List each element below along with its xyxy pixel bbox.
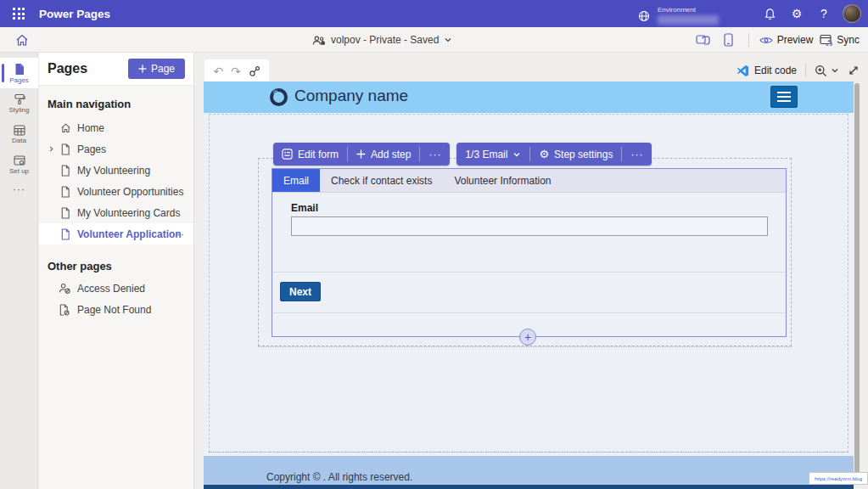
divider xyxy=(748,33,749,47)
company-name[interactable]: Company name xyxy=(294,87,408,105)
sidebar-item-pages[interactable]: Pages xyxy=(39,138,193,160)
notifications-bell-icon[interactable] xyxy=(756,0,783,27)
add-section-button[interactable]: + xyxy=(519,329,536,346)
item-more-button[interactable]: ··· xyxy=(172,228,185,240)
app-header: Power Pages Environment ⚙ xyxy=(0,0,868,27)
rail-item-label: Styling xyxy=(8,106,29,114)
page-icon xyxy=(60,165,70,177)
watermark-badge: https://readyxrm.blog xyxy=(809,472,868,485)
multistep-form-widget[interactable]: Email Check if contact exists Volunteer … xyxy=(272,168,787,337)
sidebar-item-label: Pages xyxy=(77,143,106,155)
environment-picker[interactable]: Environment xyxy=(637,3,719,25)
vscode-icon xyxy=(736,65,749,77)
rail-item-pages[interactable]: Pages xyxy=(0,58,38,88)
rail-item-label: Pages xyxy=(9,76,29,84)
divider xyxy=(805,64,806,77)
rail-item-label: Data xyxy=(12,137,26,144)
company-logo-icon xyxy=(270,88,288,106)
other-pages-heading: Other pages xyxy=(48,260,185,273)
sidebar-item-my-volunteering[interactable]: My Volunteering xyxy=(39,160,193,181)
home-icon[interactable] xyxy=(12,31,32,48)
sidebar-item-label: Access Denied xyxy=(77,283,145,295)
undo-icon[interactable]: ↶ xyxy=(213,65,223,77)
site-status-dropdown[interactable]: volpov - Private - Saved xyxy=(312,27,452,53)
chevron-down-icon xyxy=(444,36,452,44)
rail-item-styling[interactable]: Styling xyxy=(0,88,38,119)
page-icon xyxy=(60,207,70,219)
edit-code-label: Edit code xyxy=(754,65,797,76)
divider xyxy=(272,272,786,273)
tab-email[interactable]: Email xyxy=(272,169,320,192)
sidebar-item-label: Home xyxy=(77,122,104,134)
sidebar-item-volunteer-application[interactable]: Volunteer Application ··· xyxy=(39,223,193,244)
tab-volunteer-information[interactable]: Volunteer Information xyxy=(443,169,562,192)
sidebar-item-volunteer-opportunities[interactable]: Volunteer Opportunities xyxy=(39,181,193,202)
email-input[interactable] xyxy=(291,216,768,236)
edit-code-button[interactable]: Edit code xyxy=(736,65,797,77)
rail-item-data[interactable]: Data xyxy=(0,119,38,149)
page-icon xyxy=(60,228,70,240)
rail-item-label: Set up xyxy=(9,167,29,175)
devices-preview-icon[interactable] xyxy=(694,31,713,49)
sync-url-icon[interactable] xyxy=(249,65,260,77)
site-status-label: volpov - Private - Saved xyxy=(331,34,439,46)
app-launcher-icon[interactable] xyxy=(0,0,37,27)
edit-form-label: Edit form xyxy=(298,149,339,160)
sidebar-item-page-not-found[interactable]: Page Not Found xyxy=(39,299,193,320)
edit-form-button[interactable]: Edit form xyxy=(273,143,347,166)
redo-icon[interactable]: ↷ xyxy=(231,65,241,77)
page-not-found-icon xyxy=(59,304,70,316)
fullscreen-expand-icon[interactable] xyxy=(848,65,860,76)
app-title[interactable]: Power Pages xyxy=(39,8,110,20)
canvas-scrollbar[interactable] xyxy=(854,82,860,489)
add-step-label: Add step xyxy=(371,149,411,160)
sidebar-item-label: My Volunteering xyxy=(77,165,150,177)
plus-icon xyxy=(138,65,147,73)
step-selector-dropdown[interactable]: 1/3 Email xyxy=(456,143,529,166)
sync-icon xyxy=(820,34,832,46)
site-footer[interactable]: Copyright © . All rights reserved. xyxy=(204,456,854,485)
sidebar-item-my-volunteering-cards[interactable]: My Volunteering Cards xyxy=(39,202,193,223)
scrollbar-thumb[interactable] xyxy=(854,83,860,484)
left-rail: Pages Styling Data Set xyxy=(0,53,38,489)
next-button[interactable]: Next xyxy=(280,282,321,301)
user-avatar[interactable] xyxy=(843,4,861,23)
sidebar-title: Pages xyxy=(48,61,87,76)
chevron-right-icon[interactable] xyxy=(48,145,55,153)
site-header[interactable]: Company name xyxy=(204,82,854,113)
set-up-icon xyxy=(14,155,25,166)
copyright-text: Copyright © . All rights reserved. xyxy=(266,471,412,483)
form-icon xyxy=(282,149,293,160)
sidebar-item-access-denied[interactable]: Access Denied xyxy=(39,278,193,299)
sidebar-item-label: Volunteer Application xyxy=(77,228,182,240)
form-more-button[interactable]: ··· xyxy=(420,143,450,166)
people-icon xyxy=(312,35,326,46)
add-step-button[interactable]: Add step xyxy=(348,143,419,166)
hamburger-menu-button[interactable] xyxy=(770,86,798,108)
tab-check-if-contact-exists[interactable]: Check if contact exists xyxy=(320,169,443,192)
step-settings-label: Step settings xyxy=(554,149,613,160)
preview-label: Preview xyxy=(777,34,814,46)
preview-button[interactable]: Preview xyxy=(759,34,814,46)
website-canvas: Company name Edit form xyxy=(204,82,854,489)
eye-icon xyxy=(759,36,773,45)
sync-button[interactable]: Sync xyxy=(820,34,860,46)
add-page-button[interactable]: Page xyxy=(128,59,185,79)
sidebar-item-home[interactable]: Home xyxy=(39,117,193,138)
section-boundary xyxy=(258,346,792,347)
mobile-preview-icon[interactable] xyxy=(720,31,738,49)
step-settings-button[interactable]: ⚙ Step settings xyxy=(530,143,621,166)
design-stage: ↶ ↷ Edit code xyxy=(195,53,868,489)
stage-tools: Edit code xyxy=(736,59,860,82)
rail-item-set-up[interactable]: Set up xyxy=(0,149,38,180)
page-icon xyxy=(60,186,70,198)
settings-gear-icon[interactable]: ⚙ xyxy=(783,0,810,27)
rail-more-button[interactable]: ··· xyxy=(0,180,38,199)
add-page-label: Page xyxy=(151,63,175,75)
help-icon[interactable]: ? xyxy=(810,0,837,27)
sidebar-header: Pages Page xyxy=(39,53,193,86)
zoom-dropdown[interactable] xyxy=(815,65,839,77)
access-denied-icon xyxy=(59,283,70,294)
step-more-button[interactable]: ··· xyxy=(622,143,652,166)
divider xyxy=(272,312,786,313)
